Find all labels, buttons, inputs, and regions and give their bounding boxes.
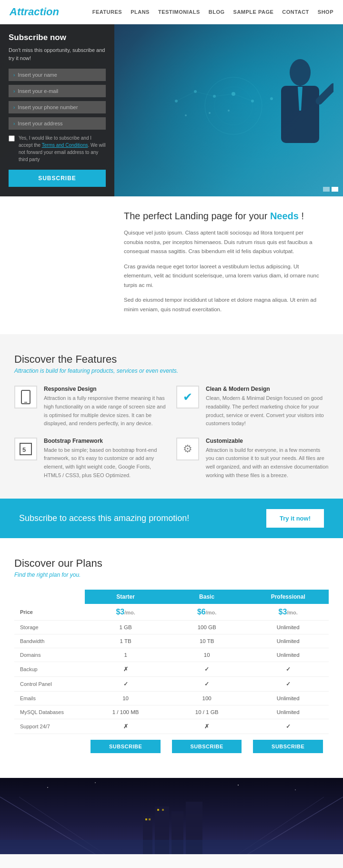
plans-row-domains: Domains 1 10 Unlimited <box>14 648 329 662</box>
plans-row-storage: Storage 1 GB 100 GB Unlimited <box>14 621 329 634</box>
plans-bandwidth-pro: Unlimited <box>247 634 329 648</box>
plans-btn-basic: SUBSCRIBE <box>166 734 248 759</box>
svg-line-10 <box>195 92 214 96</box>
features-title: Discover the Features <box>14 353 329 366</box>
city-banner-bg <box>0 778 343 854</box>
slide-dot-2[interactable] <box>332 187 338 192</box>
plans-row-emails: Emails 10 100 Unlimited <box>14 692 329 705</box>
nav-testimonials[interactable]: Testimonials <box>158 9 200 15</box>
plans-support-basic: ✗ <box>166 719 248 734</box>
plans-title: Discover our Plans <box>14 557 329 570</box>
plans-row-support: Support 24/7 ✗ ✗ ✓ <box>14 719 329 734</box>
plans-label-support: Support 24/7 <box>14 719 85 734</box>
field-arrow-icon: › <box>13 121 15 126</box>
site-header: Attraction Features Plans Testimonials B… <box>0 0 343 24</box>
feature-icon-phone <box>14 386 37 408</box>
svg-rect-33 <box>149 818 151 820</box>
svg-text:5: 5 <box>22 446 26 453</box>
features-section: Discover the Features Attraction is buil… <box>0 334 343 499</box>
cta-text: Subscribe to access this amazing promoti… <box>19 513 189 523</box>
nav-sample-page[interactable]: Sample Page <box>233 9 274 15</box>
svg-point-6 <box>185 114 187 116</box>
plans-bandwidth-starter: 1 TB <box>85 634 166 648</box>
field-arrow-icon: › <box>13 72 15 78</box>
feature-title-clean: Clean & Modern Design <box>206 386 329 392</box>
features-subtitle: Attraction is build for featuring produc… <box>14 368 329 374</box>
site-logo: Attraction <box>10 6 59 18</box>
feature-text-clean: Clean & Modern Design Clean, Modern & Mi… <box>206 386 329 428</box>
subscribe-starter-button[interactable]: SUBSCRIBE <box>91 740 161 753</box>
feature-desc-responsive: Attraction is a fully responsive theme m… <box>44 394 167 428</box>
plans-label-mysql: MySQL Databases <box>14 705 85 719</box>
landing-title-suffix: ! <box>301 211 304 221</box>
email-input[interactable] <box>18 88 101 94</box>
slide-dot-1[interactable] <box>323 187 330 192</box>
plans-label-cpanel: Control Panel <box>14 677 85 692</box>
plans-header-row: Starter Basic Professional <box>14 590 329 604</box>
plans-cpanel-pro: ✓ <box>247 677 329 692</box>
plans-label-storage: Storage <box>14 621 85 634</box>
address-input[interactable] <box>18 121 101 126</box>
plans-btn-starter: SUBSCRIBE <box>85 734 166 759</box>
plans-label-emails: Emails <box>14 692 85 705</box>
plans-storage-basic: 100 GB <box>166 621 248 634</box>
plans-domains-pro: Unlimited <box>247 648 329 662</box>
nav-features[interactable]: Features <box>92 9 122 15</box>
nav-shop[interactable]: Shop <box>318 9 333 15</box>
svg-rect-36 <box>0 840 343 854</box>
svg-rect-19 <box>21 390 30 404</box>
svg-point-7 <box>209 112 211 114</box>
plans-section: Discover our Plans Find the right plan f… <box>0 538 343 778</box>
nav-plans[interactable]: Plans <box>131 9 150 15</box>
nav-contact[interactable]: Contact <box>282 9 309 15</box>
svg-point-13 <box>205 77 262 134</box>
plans-col-basic: Basic <box>166 590 248 604</box>
plans-table: Starter Basic Professional Price $3/mo. … <box>14 590 329 759</box>
svg-line-17 <box>319 87 333 101</box>
plans-backup-pro: ✓ <box>247 662 329 677</box>
testimonials-section: Testimonials What people say about those… <box>0 854 343 868</box>
plans-col-professional: Professional <box>247 590 329 604</box>
terms-row: Yes, I would like to subscribe and I acc… <box>9 134 106 163</box>
feature-item-clean: ✔ Clean & Modern Design Clean, Modern & … <box>176 386 329 428</box>
phone-input[interactable] <box>18 104 101 110</box>
landing-title-prefix: The perfect Landing page for your <box>124 211 270 221</box>
plans-price-professional: $3/mo. <box>247 604 329 621</box>
svg-rect-35 <box>162 809 164 811</box>
feature-desc-bootstrap: Made to be simple; based on bootstrap fr… <box>44 446 167 480</box>
landing-paragraph-1: Quisque vel justo ipsum. Class aptent ta… <box>124 228 324 256</box>
name-input[interactable] <box>18 72 101 78</box>
svg-point-15 <box>290 59 311 86</box>
field-arrow-icon: › <box>13 105 15 110</box>
plans-emails-basic: 100 <box>166 692 248 705</box>
name-field-wrapper: › <box>9 69 106 81</box>
terms-label: Yes, I would like to subscribe and I acc… <box>19 134 106 163</box>
subscribe-title: Subscribe now <box>9 33 106 42</box>
subscribe-panel: Subscribe now Don't miss this opportunit… <box>0 24 114 196</box>
city-skyline <box>0 778 343 854</box>
plans-subscribe-row: SUBSCRIBE SUBSCRIBE SUBSCRIBE <box>14 734 329 759</box>
feature-icon-check: ✔ <box>176 386 199 408</box>
address-field-wrapper: › <box>9 117 106 130</box>
feature-title-responsive: Responsive Design <box>44 386 167 392</box>
svg-rect-34 <box>157 809 159 811</box>
subscribe-button[interactable]: Subscribe <box>9 170 106 187</box>
plans-row-price: Price $3/mo. $6/mo. $3/mo. <box>14 604 329 621</box>
main-nav: Features Plans Testimonials Blog Sample … <box>92 9 333 15</box>
terms-checkbox[interactable] <box>9 135 15 142</box>
field-arrow-icon: › <box>13 89 15 94</box>
plans-row-bandwidth: Bandwidth 1 TB 10 TB Unlimited <box>14 634 329 648</box>
plans-price-starter: $3/mo. <box>85 604 166 621</box>
subscribe-basic-button[interactable]: SUBSCRIBE <box>172 740 242 753</box>
logo-text: Attracti <box>10 6 46 18</box>
nav-blog[interactable]: Blog <box>209 9 225 15</box>
plans-domains-basic: 10 <box>166 648 248 662</box>
plans-label-domains: Domains <box>14 648 85 662</box>
logo-accent: on <box>46 6 59 18</box>
subscribe-pro-button[interactable]: SUBSCRIBE <box>253 740 323 753</box>
feature-text-custom: Customizable Attraction is build for eve… <box>206 438 329 480</box>
terms-link[interactable]: Terms and Conditions <box>42 143 88 148</box>
cta-button[interactable]: Try it now! <box>266 509 324 528</box>
phone-field-wrapper: › <box>9 101 106 113</box>
feature-text-bootstrap: Bootstrap Framework Made to be simple; b… <box>44 438 167 480</box>
